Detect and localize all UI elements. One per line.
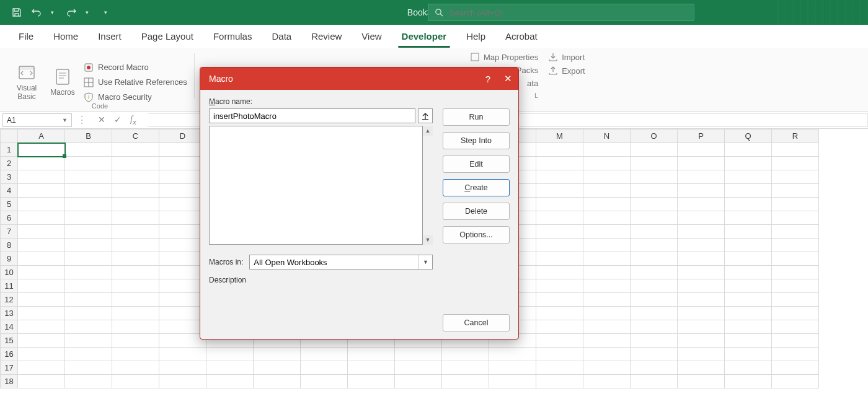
macros-icon xyxy=(52,66,73,87)
row-header[interactable]: 16 xyxy=(1,348,18,361)
col-header[interactable]: M xyxy=(536,129,583,143)
run-button[interactable]: Run xyxy=(443,108,510,126)
row-header[interactable]: 3 xyxy=(1,170,18,184)
scroll-down-icon[interactable]: ▼ xyxy=(423,235,433,245)
create-button[interactable]: Create xyxy=(443,179,510,196)
macros-in-select[interactable]: All Open Workbooks ▼ xyxy=(249,255,433,270)
cell[interactable] xyxy=(18,143,65,157)
row-header[interactable]: 4 xyxy=(1,184,18,198)
tab-view[interactable]: View xyxy=(352,26,391,48)
col-header[interactable]: P xyxy=(678,129,725,143)
description-label: Description xyxy=(209,276,433,284)
select-all-corner[interactable] xyxy=(1,129,18,143)
visual-basic-icon xyxy=(16,62,37,83)
macros-in-label: Macros in: xyxy=(209,258,243,266)
col-header[interactable]: A xyxy=(18,129,65,143)
row-header[interactable]: 18 xyxy=(1,375,18,388)
macro-name-input[interactable] xyxy=(209,108,415,123)
tab-page-layout[interactable]: Page Layout xyxy=(131,26,203,48)
cancel-formula-icon[interactable]: ✕ xyxy=(98,115,105,125)
cancel-button[interactable]: Cancel xyxy=(443,314,510,331)
code-group-stack: Record Macro Use Relative References ! M… xyxy=(82,59,190,103)
map-properties-button[interactable]: Map Properties xyxy=(470,52,538,62)
step-into-button[interactable]: Step Into xyxy=(443,132,510,149)
name-box-dropdown-icon[interactable]: ▼ xyxy=(62,117,68,123)
dialog-help-icon[interactable]: ? xyxy=(485,74,490,84)
col-header[interactable]: C xyxy=(112,129,159,143)
tab-help[interactable]: Help xyxy=(456,26,495,48)
row-header[interactable]: 15 xyxy=(1,334,18,348)
dialog-title-bar[interactable]: Macro ? ✕ xyxy=(200,68,518,90)
svg-point-9 xyxy=(87,66,91,69)
delete-button[interactable]: Delete xyxy=(443,203,510,220)
macro-goto-button[interactable] xyxy=(418,108,433,123)
redo-icon[interactable] xyxy=(66,7,77,18)
dialog-close-icon[interactable]: ✕ xyxy=(504,73,512,84)
options-button[interactable]: Options... xyxy=(443,226,510,243)
tab-insert[interactable]: Insert xyxy=(88,26,131,48)
row-header[interactable]: 17 xyxy=(1,361,18,375)
tab-review[interactable]: Review xyxy=(301,26,352,48)
use-relative-references-button[interactable]: Use Relative References xyxy=(83,77,190,88)
record-macro-button[interactable]: Record Macro xyxy=(83,62,190,73)
row-header[interactable]: 10 xyxy=(1,266,18,279)
visual-basic-label: VisualBasic xyxy=(17,84,37,100)
qat-customize-icon[interactable]: ▾ xyxy=(104,9,110,15)
row-header[interactable]: 5 xyxy=(1,198,18,211)
record-macro-icon xyxy=(83,62,94,73)
row-header[interactable]: 1 xyxy=(1,143,18,157)
row-header[interactable]: 7 xyxy=(1,225,18,239)
row-header[interactable]: 11 xyxy=(1,279,18,293)
macro-security-button[interactable]: ! Macro Security xyxy=(83,92,190,103)
title-bar: ▾ ▾ ▾ Book3 - Excel xyxy=(0,0,868,25)
col-header[interactable]: R xyxy=(772,129,819,143)
search-box[interactable] xyxy=(428,4,694,21)
macro-security-label: Macro Security xyxy=(98,92,152,102)
row-header[interactable]: 8 xyxy=(1,239,18,252)
col-header[interactable]: N xyxy=(583,129,631,143)
up-arrow-icon xyxy=(422,112,429,120)
window-controls-area xyxy=(771,0,868,25)
save-icon[interactable] xyxy=(11,7,22,18)
macro-list-scrollbar[interactable]: ▲ ▼ xyxy=(423,126,433,245)
import-button[interactable]: Import xyxy=(548,52,585,62)
search-input[interactable] xyxy=(450,8,688,17)
formula-bar-controls: ✕ ✓ fx xyxy=(92,115,143,126)
row-header[interactable]: 2 xyxy=(1,157,18,170)
row-header[interactable]: 6 xyxy=(1,211,18,225)
tab-developer[interactable]: Developer xyxy=(392,26,457,48)
tab-formulas[interactable]: Formulas xyxy=(203,26,262,48)
redo-dropdown-icon[interactable]: ▾ xyxy=(86,9,92,15)
scroll-up-icon[interactable]: ▲ xyxy=(423,126,433,136)
visual-basic-button[interactable]: VisualBasic xyxy=(10,61,43,100)
tab-acrobat[interactable]: Acrobat xyxy=(495,26,547,48)
row-header[interactable]: 14 xyxy=(1,320,18,334)
macro-list[interactable] xyxy=(209,126,423,245)
export-button[interactable]: Export xyxy=(548,66,585,76)
edit-button[interactable]: Edit xyxy=(443,156,510,173)
col-header[interactable]: B xyxy=(65,129,112,143)
row-header[interactable]: 9 xyxy=(1,252,18,266)
undo-icon[interactable] xyxy=(31,7,42,18)
svg-rect-28 xyxy=(471,53,479,61)
svg-line-1 xyxy=(440,14,443,16)
enter-formula-icon[interactable]: ✓ xyxy=(114,115,122,125)
undo-dropdown-icon[interactable]: ▾ xyxy=(51,9,57,15)
insert-function-icon[interactable]: fx xyxy=(130,115,136,126)
col-header[interactable]: O xyxy=(631,129,678,143)
col-header[interactable]: Q xyxy=(725,129,772,143)
svg-point-0 xyxy=(436,9,441,14)
macros-button[interactable]: Macros xyxy=(46,65,79,97)
macros-label: Macros xyxy=(50,89,74,97)
tab-home[interactable]: Home xyxy=(43,26,88,48)
row-header[interactable]: 13 xyxy=(1,307,18,320)
macro-security-icon: ! xyxy=(83,92,94,103)
svg-text:!: ! xyxy=(88,94,90,100)
use-relative-label: Use Relative References xyxy=(98,77,187,87)
ribbon-group-code: VisualBasic Macros Record Macro Use Rela… xyxy=(5,48,195,111)
row-header[interactable]: 12 xyxy=(1,293,18,307)
macros-in-value: All Open Workbooks xyxy=(254,258,327,267)
tab-data[interactable]: Data xyxy=(262,26,301,48)
name-box[interactable]: A1 ▼ xyxy=(2,113,72,127)
tab-file[interactable]: File xyxy=(9,26,43,48)
